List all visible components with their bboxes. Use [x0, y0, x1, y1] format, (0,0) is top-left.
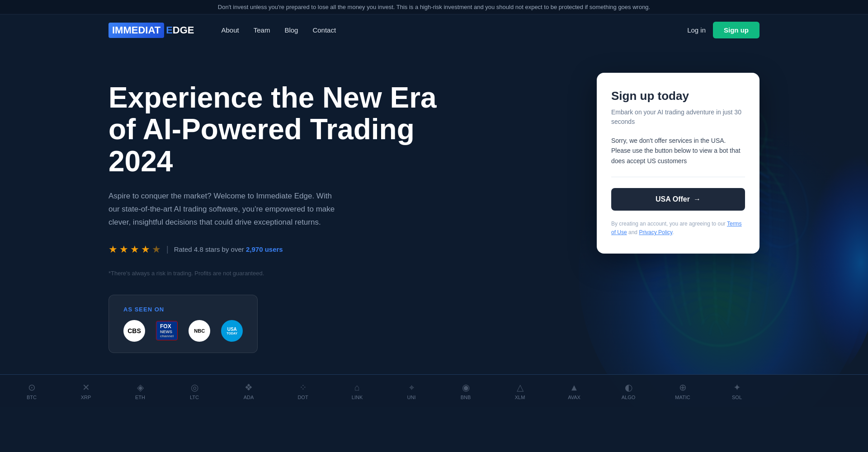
- hero-description: Aspire to conquer the market? Welcome to…: [108, 190, 344, 229]
- hero-title: Experience the New Era of AI-Powered Tra…: [108, 82, 467, 177]
- star-2: ★: [119, 244, 128, 255]
- signup-terms: By creating an account, you are agreeing…: [611, 220, 745, 237]
- signup-notice: Sorry, we don't offer services in the US…: [611, 136, 745, 177]
- svg-point-3: [746, 113, 868, 385]
- crypto-dot: ⁘ DOT: [289, 382, 316, 400]
- ada-icon: ❖: [245, 382, 253, 393]
- crypto-algo: ◐ ALGO: [615, 382, 642, 400]
- matic-icon: ⊕: [679, 382, 687, 393]
- rating-divider: |: [166, 245, 169, 254]
- crypto-ltc: ◎ LTC: [181, 382, 208, 400]
- media-logos: CBS FOX NEWS channel NBC USA TODAY: [123, 320, 243, 342]
- star-4: ★: [141, 244, 150, 255]
- as-seen-on-block: AS SEEN ON CBS FOX NEWS channel NBC USA …: [108, 295, 258, 353]
- nav-blog[interactable]: Blog: [284, 26, 298, 34]
- crypto-btc: ⊙ BTC: [18, 382, 45, 400]
- bnb-icon: ◉: [462, 382, 470, 393]
- top-banner: Don't invest unless you're prepared to l…: [0, 0, 868, 14]
- link-icon: ⌂: [354, 382, 360, 393]
- privacy-policy-link[interactable]: Privacy Policy: [639, 229, 672, 235]
- arrow-icon: →: [693, 195, 701, 203]
- nav-team[interactable]: Team: [254, 26, 270, 34]
- crypto-bar: ⊙ BTC ✕ XRP ◈ ETH ◎ LTC ❖ ADA ⁘ DOT ⌂ LI…: [0, 374, 868, 407]
- star-rating: ★ ★ ★ ★ ★: [108, 244, 161, 255]
- signup-card: Sign up today Embark on your AI trading …: [597, 73, 760, 254]
- crypto-xlm: △ XLM: [506, 382, 533, 400]
- hero-content: Experience the New Era of AI-Powered Tra…: [108, 82, 467, 380]
- signup-button[interactable]: Sign up: [713, 22, 760, 38]
- avax-icon: ▲: [570, 382, 579, 393]
- crypto-bnb: ◉ BNB: [452, 382, 479, 400]
- logo[interactable]: IMMEDIAT E DGE: [108, 23, 194, 38]
- nav-links: About Team Blog Contact: [222, 26, 670, 34]
- star-1: ★: [108, 244, 118, 255]
- crypto-ada: ❖ ADA: [235, 382, 262, 400]
- crypto-avax: ▲ AVAX: [561, 382, 588, 400]
- crypto-eth: ◈ ETH: [127, 382, 154, 400]
- star-5-half: ★: [152, 244, 161, 255]
- crypto-uni: ⌖ UNI: [398, 382, 425, 400]
- crypto-link: ⌂ LINK: [344, 382, 371, 400]
- as-seen-label: AS SEEN ON: [123, 306, 243, 313]
- login-button[interactable]: Log in: [687, 26, 706, 34]
- nbc-logo: NBC: [189, 320, 210, 342]
- banner-text: Don't invest unless you're prepared to l…: [218, 4, 650, 10]
- dot-icon: ⁘: [299, 382, 307, 393]
- nav-about[interactable]: About: [222, 26, 239, 34]
- signup-card-title: Sign up today: [611, 89, 745, 103]
- disclaimer-text: *There's always a risk in trading. Profi…: [108, 270, 467, 277]
- nav-contact[interactable]: Contact: [312, 26, 336, 34]
- signup-card-subtitle: Embark on your AI trading adventure in j…: [611, 108, 745, 127]
- usa-today-logo: USA TODAY: [221, 320, 243, 342]
- cbs-logo: CBS: [123, 320, 145, 342]
- usa-offer-button[interactable]: USA Offer →: [611, 188, 745, 211]
- uni-icon: ⌖: [409, 382, 414, 393]
- eth-icon: ◈: [137, 382, 144, 393]
- navbar: IMMEDIAT E DGE About Team Blog Contact L…: [0, 14, 868, 46]
- crypto-xrp: ✕ XRP: [72, 382, 99, 400]
- ltc-icon: ◎: [191, 382, 198, 393]
- algo-icon: ◐: [625, 382, 632, 393]
- nav-actions: Log in Sign up: [687, 22, 760, 38]
- crypto-matic: ⊕ MATIC: [669, 382, 696, 400]
- rating-count: 2,970 users: [246, 245, 283, 253]
- btc-icon: ⊙: [28, 382, 36, 393]
- xrp-icon: ✕: [82, 382, 90, 393]
- rating-row: ★ ★ ★ ★ ★ | Rated 4.8 stars by over 2,97…: [108, 244, 467, 255]
- rating-text: Rated 4.8 stars by over 2,970 users: [174, 245, 283, 253]
- star-3: ★: [130, 244, 139, 255]
- sol-icon: ✦: [733, 382, 741, 393]
- crypto-sol: ✦ SOL: [723, 382, 750, 400]
- xlm-icon: △: [517, 382, 524, 393]
- fox-news-logo: FOX NEWS channel: [156, 321, 178, 340]
- hero-section: Experience the New Era of AI-Powered Tra…: [0, 46, 868, 407]
